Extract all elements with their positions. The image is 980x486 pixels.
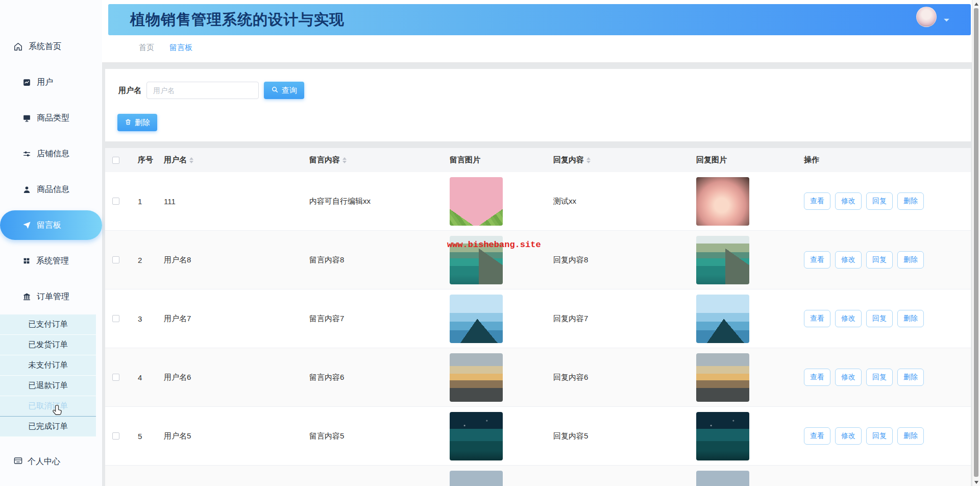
sidebar-item-label: 个人中心 [28,456,60,467]
reply-button[interactable]: 回复 [866,192,893,210]
edit-button[interactable]: 修改 [835,251,862,269]
delete-button[interactable]: 删除 [897,251,924,269]
submenu-item-shipped-orders[interactable]: 已发货订单 [0,335,96,355]
submenu-item-paid-orders[interactable]: 已支付订单 [0,314,96,335]
sidebar-item-label: 商品信息 [37,184,69,195]
sidebar-item-shop-info[interactable]: 店铺信息 [0,136,102,172]
delete-button[interactable]: 删除 [897,427,924,445]
reply-image[interactable] [696,353,749,402]
sort-carets-icon[interactable] [586,157,591,163]
row-checkbox[interactable] [112,432,119,440]
view-button[interactable]: 查看 [804,369,830,386]
building-icon [22,293,31,301]
column-header-username[interactable]: 用户名 [159,148,302,172]
column-header-content[interactable]: 留言内容 [302,148,445,172]
reply-button[interactable]: 回复 [866,251,893,269]
row-reply-image-cell [691,407,791,465]
message-image[interactable] [450,236,503,284]
search-panel: 用户名 查询 删除 [105,69,971,141]
row-username [159,466,302,486]
column-header-reply-image: 回复图片 [691,148,791,172]
bulk-delete-button[interactable]: 删除 [117,114,157,131]
row-checkbox[interactable] [112,256,119,263]
reply-image[interactable] [696,236,749,284]
sidebar-item-message-board[interactable]: 留言板 [0,210,102,240]
column-header-reply[interactable]: 回复内容 [545,148,691,172]
submenu-item-completed-orders[interactable]: 已完成订单 [0,417,96,437]
row-checkbox[interactable] [112,315,119,322]
row-reply-content: 测试xx [545,172,691,230]
scroll-thumb[interactable] [974,8,978,477]
message-image[interactable] [450,295,503,343]
username-search-input[interactable] [146,82,259,99]
user-avatar[interactable] [916,7,937,27]
row-select-cell [105,466,130,486]
delete-button[interactable]: 删除 [897,310,924,327]
sidebar-item-users[interactable]: 用户 [0,64,102,100]
sort-carets-icon[interactable] [189,157,193,163]
message-image[interactable] [450,177,503,226]
column-header-select[interactable] [105,148,130,172]
message-image[interactable] [450,353,503,402]
sidebar-item-order-mgmt[interactable]: 订单管理 [0,279,102,314]
sidebar-item-product-type[interactable]: 商品类型 [0,100,102,136]
delete-button[interactable]: 删除 [897,192,924,210]
row-select-cell [105,231,130,289]
reply-button[interactable]: 回复 [866,310,893,327]
sidebar-item-label: 订单管理 [37,291,69,302]
view-button[interactable]: 查看 [804,310,830,327]
reply-button[interactable]: 回复 [866,427,893,445]
row-actions: 查看修改回复删除 [791,407,971,465]
submenu-item-refunded-orders[interactable]: 已退款订单 [0,376,96,396]
row-message-content: 内容可自行编辑xx [302,172,445,230]
row-actions: 查看修改回复删除 [791,289,971,348]
chart-icon [22,78,31,87]
row-checkbox[interactable] [112,198,119,205]
row-checkbox[interactable] [112,374,119,381]
sidebar-item-product-info[interactable]: 商品信息 [0,172,102,207]
sidebar-item-label: 店铺信息 [37,149,69,159]
sort-carets-icon[interactable] [342,157,347,163]
submenu-item-cancelled-orders[interactable]: 已取消订单 [0,396,96,417]
scroll-down-arrow[interactable] [974,481,978,484]
user-icon [22,185,31,194]
edit-button[interactable]: 修改 [835,427,862,445]
row-actions: 查看修改回复删除 [791,231,971,289]
query-button[interactable]: 查询 [264,82,304,99]
table-row: 2用户名8留言内容8回复内容8查看修改回复删除 [105,231,971,289]
message-image[interactable] [450,471,503,486]
scroll-up-arrow[interactable] [974,3,978,6]
edit-button[interactable]: 修改 [835,192,862,210]
delete-button[interactable]: 删除 [897,369,924,386]
row-select-cell [105,289,130,348]
row-message-image-cell [445,407,545,465]
message-image[interactable] [450,412,503,460]
reply-button[interactable]: 回复 [866,369,893,386]
reply-image[interactable] [696,471,749,486]
view-button[interactable]: 查看 [804,192,830,210]
reply-image[interactable] [696,412,749,460]
reply-image[interactable] [696,295,749,343]
select-all-checkbox[interactable] [112,157,119,164]
sidebar-item-system-mgmt[interactable]: 系统管理 [0,243,102,279]
view-button[interactable]: 查看 [804,251,830,269]
sidebar-item-personal-center[interactable]: 个人中心 [13,456,60,468]
column-label: 用户名 [164,155,187,165]
edit-button[interactable]: 修改 [835,369,862,386]
row-message-image-cell [445,231,545,289]
submenu-item-unpaid-orders[interactable]: 未支付订单 [0,355,96,376]
row-index: 2 [130,231,159,289]
breadcrumb-item-message-board[interactable]: 留言板 [169,43,192,53]
edit-button[interactable]: 修改 [835,310,862,327]
view-button[interactable]: 查看 [804,427,830,445]
row-select-cell [105,407,130,465]
table-row: 5用户名5留言内容5回复内容5查看修改回复删除 [105,407,971,466]
chevron-down-icon[interactable] [943,15,950,25]
message-table: 序号用户名留言内容留言图片回复内容回复图片操作 1111内容可自行编辑xx测试x… [105,148,971,486]
row-reply-content: 回复内容7 [545,289,691,348]
row-username: 用户名7 [159,289,302,348]
sidebar-item-home[interactable]: 系统首页 [0,29,102,64]
reply-image[interactable] [696,177,749,226]
row-username: 用户名6 [159,348,302,406]
breadcrumb-item-home[interactable]: 首页 [139,43,154,53]
